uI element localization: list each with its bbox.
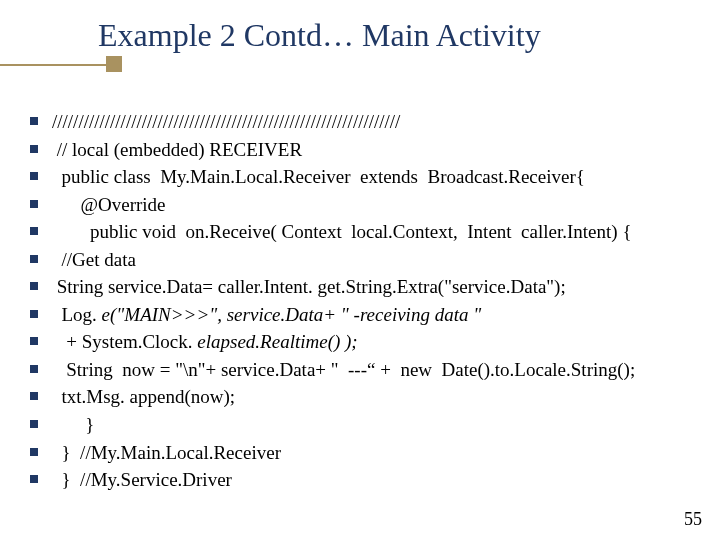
list-item-text: public class My.Main.Local.Receiver exte…: [52, 163, 700, 191]
list-item-text: } //My.Main.Local.Receiver: [52, 439, 700, 467]
list-item: public class My.Main.Local.Receiver exte…: [30, 163, 700, 191]
bullet-icon: [30, 310, 38, 318]
page-number: 55: [684, 509, 702, 530]
list-item-text: // local (embedded) RECEIVER: [52, 136, 700, 164]
list-item-text: Log. e("MAIN>>>", service.Data+ " -recei…: [52, 301, 700, 329]
bullet-icon: [30, 227, 38, 235]
list-item-text: //Get data: [52, 246, 700, 274]
list-item: public void on.Receive( Context local.Co…: [30, 218, 700, 246]
list-item: String service.Data= caller.Intent. get.…: [30, 273, 700, 301]
list-item-text: String service.Data= caller.Intent. get.…: [52, 273, 700, 301]
bullet-icon: [30, 172, 38, 180]
list-item-text: ////////////////////////////////////////…: [52, 108, 700, 136]
bullet-icon: [30, 255, 38, 263]
bullet-icon: [30, 117, 38, 125]
list-item-text: + System.Clock. elapsed.Realtime() );: [52, 328, 700, 356]
list-item: } //My.Main.Local.Receiver: [30, 439, 700, 467]
slide: Example 2 Contd… Main Activity /////////…: [0, 0, 720, 540]
bullet-icon: [30, 282, 38, 290]
list-item-text: @Override: [52, 191, 700, 219]
bullet-icon: [30, 392, 38, 400]
list-item: } //My.Service.Driver: [30, 466, 700, 494]
slide-title: Example 2 Contd… Main Activity: [98, 18, 541, 53]
list-item: String now = "\n"+ service.Data+ " ---“ …: [30, 356, 700, 384]
list-item: }: [30, 411, 700, 439]
list-item: txt.Msg. append(now);: [30, 383, 700, 411]
list-item: // local (embedded) RECEIVER: [30, 136, 700, 164]
list-item-text: } //My.Service.Driver: [52, 466, 700, 494]
bullet-icon: [30, 448, 38, 456]
list-item-text: txt.Msg. append(now);: [52, 383, 700, 411]
bullet-icon: [30, 475, 38, 483]
bullet-icon: [30, 200, 38, 208]
list-item: @Override: [30, 191, 700, 219]
bullet-icon: [30, 420, 38, 428]
slide-body: ////////////////////////////////////////…: [30, 108, 700, 494]
list-item-text: String now = "\n"+ service.Data+ " ---“ …: [52, 356, 700, 384]
bullet-icon: [30, 337, 38, 345]
bullet-icon: [30, 145, 38, 153]
list-item: + System.Clock. elapsed.Realtime() );: [30, 328, 700, 356]
list-item-text: }: [52, 411, 700, 439]
accent-square: [106, 56, 122, 72]
list-item: //Get data: [30, 246, 700, 274]
list-item-text: public void on.Receive( Context local.Co…: [52, 218, 700, 246]
list-item: ////////////////////////////////////////…: [30, 108, 700, 136]
list-item: Log. e("MAIN>>>", service.Data+ " -recei…: [30, 301, 700, 329]
bullet-icon: [30, 365, 38, 373]
accent-line: [0, 64, 106, 66]
